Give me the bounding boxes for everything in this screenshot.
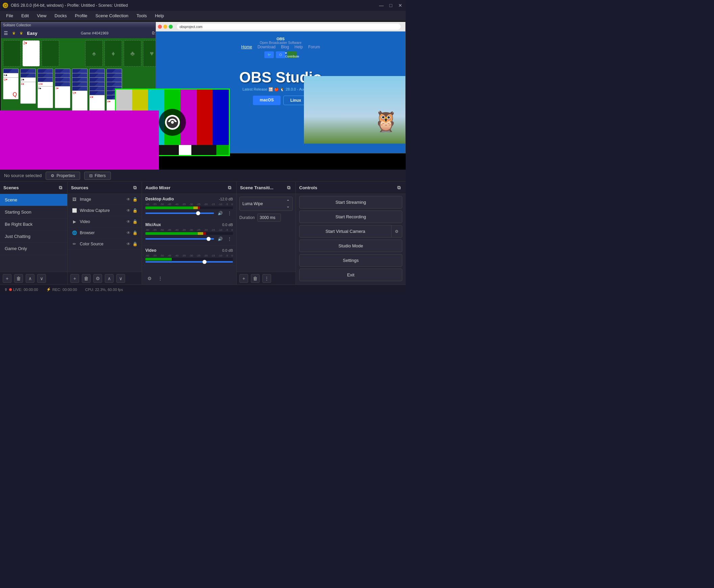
browser-link-download[interactable]: Download (258, 45, 276, 49)
start-virtual-camera-button[interactable]: Start Virtual Camera (299, 225, 391, 237)
eye-icon-video[interactable]: 👁 (126, 219, 130, 224)
transition-type-select[interactable]: Luma Wipe ⌃⌄ (239, 197, 293, 211)
scene-item-scene[interactable]: Scene (0, 194, 67, 206)
scene-transitions-panel: Scene Transiti... ⧉ Luma Wipe ⌃⌄ Duratio… (237, 182, 296, 285)
close-button[interactable]: ✕ (397, 3, 403, 8)
menu-tools[interactable]: Tools (133, 12, 150, 20)
menu-docks[interactable]: Docks (51, 12, 70, 20)
social-icon-twitter[interactable]: 🐦 (264, 51, 274, 58)
mic-volume-slider[interactable] (145, 238, 214, 239)
browser-nav-bar: obsproject.com (156, 22, 405, 31)
mic-menu-button[interactable]: ⋮ (226, 235, 233, 242)
settings-button[interactable]: Settings (299, 254, 402, 267)
source-item-image[interactable]: 🖼 Image 👁 🔒 (68, 194, 142, 205)
lock-icon-window[interactable]: 🔒 (132, 208, 138, 213)
browser-url-bar[interactable]: obsproject.com (177, 24, 401, 30)
sources-panel-expand-icon[interactable]: ⧉ (131, 185, 138, 191)
audio-settings-icon[interactable]: ⚙ (145, 274, 154, 282)
menu-profile[interactable]: Profile (72, 12, 90, 20)
eye-icon-window[interactable]: 👁 (126, 208, 130, 213)
browser-close-btn[interactable] (158, 25, 162, 29)
start-streaming-button[interactable]: Start Streaming (299, 196, 402, 209)
menu-view[interactable]: View (34, 12, 50, 20)
video-audio-scale: -60-55-50-45-40-35-30-25-20-15-10-50 (145, 254, 233, 257)
audio-mixer-expand-icon[interactable]: ⧉ (226, 185, 233, 191)
transition-duration-input[interactable]: 3000 ms (257, 214, 281, 222)
browser-link-help[interactable]: Help (294, 45, 303, 49)
macos-download-button[interactable]: macOS (253, 96, 280, 105)
video-volume-slider[interactable] (145, 261, 233, 262)
mic-mute-button[interactable]: 🔊 (217, 235, 223, 242)
move-source-down-button[interactable]: ∨ (116, 274, 125, 283)
add-scene-button[interactable]: + (3, 274, 12, 283)
source-properties-button[interactable]: ⚙ (93, 274, 102, 283)
mic-volume-thumb[interactable] (207, 237, 211, 241)
properties-button[interactable]: ⚙ Properties (46, 172, 80, 180)
move-source-up-button[interactable]: ∧ (105, 274, 114, 283)
video-volume-thumb[interactable] (203, 260, 207, 264)
scene-item-game-only[interactable]: Game Only (0, 243, 67, 255)
sources-panel: Sources ⧉ 🖼 Image 👁 🔒 ⬜ (68, 182, 142, 285)
title-bar-controls[interactable]: — □ ✕ (379, 3, 403, 8)
menu-edit[interactable]: Edit (18, 12, 32, 20)
video-audio-meter (145, 258, 233, 260)
eye-icon-image[interactable]: 👁 (126, 197, 130, 202)
browser-min-btn[interactable] (163, 25, 167, 29)
transition-menu-button[interactable]: ⋮ (262, 274, 271, 283)
audio-menu-icon[interactable]: ⋮ (156, 274, 164, 282)
browser-link-blog[interactable]: Blog (281, 45, 289, 49)
lock-icon-browser[interactable]: 🔒 (132, 230, 138, 235)
browser-max-btn[interactable] (169, 25, 173, 29)
card-slot-suit-3: ♣ (124, 40, 141, 67)
social-icon-github[interactable]: ⬡ (276, 51, 285, 58)
move-scene-down-button[interactable]: ∨ (37, 274, 46, 283)
source-item-video[interactable]: ▶ Video 👁 🔒 (68, 216, 142, 227)
add-transition-button[interactable]: + (239, 274, 248, 283)
mic-audio-controls: 🔊 ⋮ (145, 235, 233, 242)
source-item-window-capture[interactable]: ⬜ Window Capture 👁 🔒 (68, 205, 142, 216)
desktop-menu-button[interactable]: ⋮ (226, 210, 233, 217)
image-source-icon: 🖼 (72, 197, 77, 202)
menu-file[interactable]: File (3, 12, 17, 20)
menu-scene-collection[interactable]: Scene Collection (92, 12, 132, 20)
studio-mode-button[interactable]: Studio Mode (299, 239, 402, 252)
scene-item-be-right-back[interactable]: Be Right Back (0, 218, 67, 230)
remove-scene-button[interactable]: 🗑 (14, 274, 23, 283)
browser-link-forum[interactable]: Forum (308, 45, 320, 49)
start-recording-button[interactable]: Start Recording (299, 211, 402, 223)
scenes-panel-expand-icon[interactable]: ⧉ (57, 185, 64, 191)
scene-item-just-chatting[interactable]: Just Chatting (0, 230, 67, 243)
minimize-button[interactable]: — (379, 3, 384, 8)
browser-link-home[interactable]: Home (241, 45, 252, 49)
eye-icon-color[interactable]: 👁 (126, 241, 130, 246)
browser-social-icons: 🐦 ⬡ ♥ Contribute (264, 51, 297, 58)
maximize-button[interactable]: □ (388, 3, 393, 8)
eye-icon-browser[interactable]: 👁 (126, 230, 130, 235)
menu-help[interactable]: Help (151, 12, 167, 20)
source-item-browser[interactable]: 🌐 Browser 👁 🔒 (68, 227, 142, 238)
desktop-mute-button[interactable]: 🔊 (217, 210, 223, 217)
lock-icon-color[interactable]: 🔒 (132, 241, 138, 246)
controls-expand-icon[interactable]: ⧉ (395, 185, 402, 191)
add-source-button[interactable]: + (70, 274, 79, 283)
mic-audio-scale: -60-55-50-45-40-35-30-25-20-15-10-50 (145, 228, 233, 231)
scene-item-starting-soon[interactable]: Starting Soon (0, 206, 67, 218)
source-item-color-source[interactable]: ✏ Color Source 👁 🔒 (68, 238, 142, 250)
transition-duration-row: Duration 3000 ms (239, 214, 293, 222)
exit-button[interactable]: Exit (299, 269, 402, 281)
card-c5-6: Q♦ (72, 90, 87, 112)
solitaire-title-bar: Solitaire Collection ✕ (1, 22, 163, 28)
mic-audio-name: Mic/Aux (145, 222, 161, 227)
desktop-volume-thumb[interactable] (196, 211, 200, 215)
rec-time: 00:00:00 (63, 288, 77, 292)
remove-source-button[interactable]: 🗑 (82, 274, 90, 283)
lock-icon-image[interactable]: 🔒 (132, 197, 138, 202)
filters-button[interactable]: ⊟ Filters (84, 172, 111, 180)
virtual-camera-settings-icon[interactable]: ⚙ (391, 225, 402, 237)
desktop-volume-slider[interactable] (145, 213, 214, 214)
social-icon-contribute[interactable]: ♥ Contribute (287, 51, 297, 58)
transitions-expand-icon[interactable]: ⧉ (285, 185, 292, 191)
move-scene-up-button[interactable]: ∧ (26, 274, 35, 283)
remove-transition-button[interactable]: 🗑 (251, 274, 260, 283)
lock-icon-video[interactable]: 🔒 (132, 219, 138, 224)
